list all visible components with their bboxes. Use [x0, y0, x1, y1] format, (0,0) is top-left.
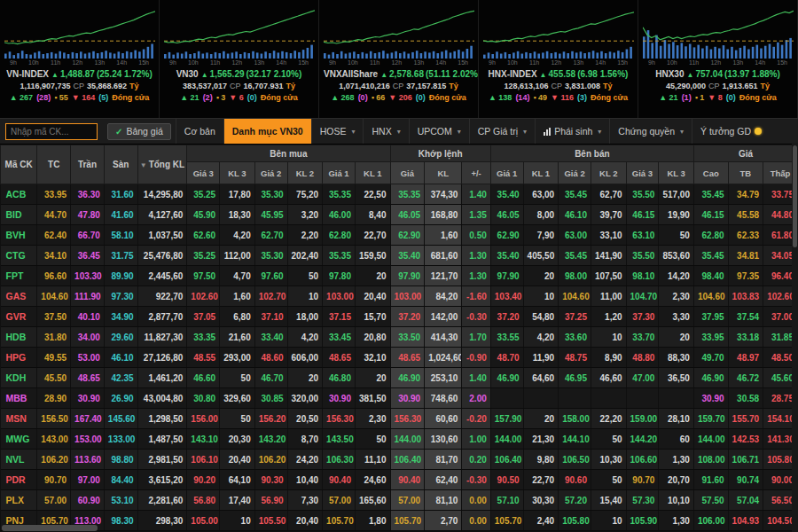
index-change: (51.11 2.02%): [426, 69, 479, 79]
col-header-TC[interactable]: TC: [37, 145, 71, 184]
ticker-PLX[interactable]: PLX: [1, 490, 37, 511]
floor-count: (5): [98, 93, 108, 102]
horizontal-scrollbar-thumb[interactable]: [2, 525, 98, 531]
index-panel-hnx30[interactable]: 9h10h11h12h13h14h15hHNX30▲757.04(13.97 1…: [638, 0, 798, 118]
cell: 31.60: [104, 184, 137, 205]
table-row-HDB[interactable]: HDB31.8034.0029.6011,827,3033.3521,6033.…: [1, 327, 798, 348]
nav-item-upcom[interactable]: UPCOM▾: [409, 119, 469, 144]
nav-item-cp-giá-trị[interactable]: CP Giá trị▾: [469, 119, 535, 144]
col-header-Trần[interactable]: Trần: [71, 145, 105, 184]
cell: 57.30: [626, 490, 659, 511]
table-row-MSN[interactable]: MSN156.50167.40145.601,298,50156.0050156…: [1, 409, 798, 429]
nav-item-phái-sinh[interactable]: Phái sinh▾: [535, 119, 609, 144]
ticker-FPT[interactable]: FPT: [1, 266, 37, 286]
table-row-CTG[interactable]: CTG34.1036.4531.7525,476,8035.25112,0035…: [1, 246, 798, 266]
sub-header[interactable]: TB: [728, 162, 763, 184]
session-status: Đóng cửa: [112, 93, 149, 102]
time-label: 13h: [254, 59, 264, 66]
ticker-MSN[interactable]: MSN: [1, 409, 37, 429]
time-label: 14h: [276, 59, 286, 66]
cell: 81,10: [425, 490, 462, 511]
cell: 20: [523, 266, 559, 286]
table-row-NVL[interactable]: NVL106.20113.6098.802,981,50106.1020,401…: [1, 450, 798, 470]
nav-item-cơ-bản[interactable]: Cơ bản: [176, 119, 223, 144]
index-panel-vn30[interactable]: 9h10h11h12h13h14h15hVN30▲1,565.29(32.17 …: [160, 0, 319, 118]
ticker-NVL[interactable]: NVL: [1, 450, 37, 470]
nav-item-ý-tưởng-gd[interactable]: Ý tưởng GD: [692, 119, 770, 144]
ticker-BID[interactable]: BID: [1, 205, 37, 225]
cell: 2,877,70: [137, 307, 187, 327]
col-header-Mã CK[interactable]: Mã CK: [1, 145, 37, 184]
ticker-PDR[interactable]: PDR: [1, 470, 37, 490]
table-row-PNJ[interactable]: PNJ105.70113.0098.30298,30105.0010105.50…: [1, 511, 798, 531]
ticker-KDH[interactable]: KDH: [1, 368, 37, 388]
table-row-PLX[interactable]: PLX57.0060.9053.102,281,6056.8017,4056.9…: [1, 490, 798, 511]
index-panel-vn-index[interactable]: 9h10h11h12h13h14h15hVN-INDEX▲1,488.87(25…: [0, 0, 160, 118]
vertical-scrollbar[interactable]: [792, 143, 798, 532]
table-row-FPT[interactable]: FPT96.60103.3089.902,445,6097.504,7097.6…: [1, 266, 798, 286]
sub-header[interactable]: Giá 1: [323, 162, 356, 184]
vertical-scrollbar-thumb[interactable]: [793, 145, 797, 247]
cell: 46.15: [626, 205, 659, 225]
table-row-GAS[interactable]: GAS104.60111.9097.30922,70102.601,60102.…: [1, 286, 798, 307]
sub-header[interactable]: Giá 3: [187, 162, 220, 184]
nav-item-bảng-giá[interactable]: ✓Bảng giá: [107, 123, 171, 140]
ticker-MBB[interactable]: MBB: [1, 388, 37, 409]
cell: 108.00: [693, 450, 728, 470]
sub-header[interactable]: Cao: [693, 162, 728, 184]
sub-header[interactable]: KL 2: [287, 162, 323, 184]
sub-header[interactable]: Giá 2: [559, 162, 591, 184]
table-row-HPG[interactable]: HPG49.5553.0046.1027,126,8048.55293,0048…: [1, 348, 798, 368]
up-arrow-icon: ▲: [201, 71, 208, 79]
sub-header[interactable]: Giá 2: [254, 162, 287, 184]
cell: 40.10: [71, 307, 105, 327]
nav-item-hnx[interactable]: HNX▾: [363, 119, 408, 144]
table-row-MBB[interactable]: MBB28.9030.9026.9043,004,8030.80329,6030…: [1, 388, 798, 409]
search-input[interactable]: [5, 123, 98, 140]
sub-header[interactable]: KL 2: [591, 162, 627, 184]
time-label: 12h: [551, 59, 561, 66]
cell: 37.05: [187, 307, 220, 327]
table-row-BID[interactable]: BID44.7047.8041.604,127,6045.9018,3045.9…: [1, 205, 798, 225]
col-header-Tổng KL[interactable]: ▼Tổng KL: [137, 145, 187, 184]
table-row-ACB[interactable]: ACB33.9536.3031.6014,295,8035.2517,8035.…: [1, 184, 798, 205]
sub-header[interactable]: KL 1: [355, 162, 390, 184]
index-panel-vnxallshare[interactable]: 9h10h11h12h13h14h15hVNXAllShare▲2,578.68…: [319, 0, 479, 118]
sub-header[interactable]: KL 3: [220, 162, 255, 184]
time-axis: 9h10h11h12h13h14h15h: [642, 59, 794, 66]
sub-header[interactable]: KL: [425, 162, 462, 184]
sub-header[interactable]: Giá 3: [626, 162, 659, 184]
table-row-KDH[interactable]: KDH45.5048.6542.351,461,2046.605046.7020…: [1, 368, 798, 388]
table-row-PDR[interactable]: PDR90.7097.0084.403,615,2090.2064,1090.3…: [1, 470, 798, 490]
col-header-Sàn[interactable]: Sàn: [104, 145, 137, 184]
cell: 2,445,60: [137, 266, 187, 286]
sub-header[interactable]: Giá 1: [490, 162, 523, 184]
table-row-BVH[interactable]: BVH62.4066.7058.101,037,5062.604,2062.70…: [1, 225, 798, 246]
cell: 46.90: [693, 368, 728, 388]
ticker-MWG[interactable]: MWG: [1, 429, 37, 450]
ticker-CTG[interactable]: CTG: [1, 246, 37, 266]
nav-item-hose[interactable]: HOSE▾: [311, 119, 364, 144]
ticker-HPG[interactable]: HPG: [1, 348, 37, 368]
sub-header[interactable]: KL 1: [523, 162, 559, 184]
table-row-GVR[interactable]: GVR37.5040.1034.902,877,7037.056,8037.10…: [1, 307, 798, 327]
cell: 106.20: [37, 450, 71, 470]
cell: 25,476,80: [137, 246, 187, 266]
ticker-HDB[interactable]: HDB: [1, 327, 37, 348]
ticker-GAS[interactable]: GAS: [1, 286, 37, 307]
cell: 144.00: [490, 429, 523, 450]
ticker-BVH[interactable]: BVH: [1, 225, 37, 246]
ticker-GVR[interactable]: GVR: [1, 307, 37, 327]
cell: 141,90: [591, 246, 627, 266]
sub-header[interactable]: Giá: [390, 162, 425, 184]
sub-header[interactable]: KL 3: [659, 162, 694, 184]
cell: 202,40: [287, 246, 323, 266]
nav-item-danh-mục-vn30[interactable]: Danh mục VN30: [223, 119, 311, 144]
table-row-MWG[interactable]: MWG143.00153.00133.001,487,50143.1020,30…: [1, 429, 798, 450]
index-panel-hnx-index[interactable]: 9h10h11h12h13h14h15hHNX-INDEX▲455.58(6.9…: [479, 0, 638, 118]
cell: 45.95: [254, 205, 287, 225]
ticker-ACB[interactable]: ACB: [1, 184, 37, 205]
nav-item-chứng-quyền[interactable]: Chứng quyền▾: [609, 119, 692, 144]
sub-header[interactable]: +/-: [462, 162, 490, 184]
cell: 1.40: [462, 368, 490, 388]
